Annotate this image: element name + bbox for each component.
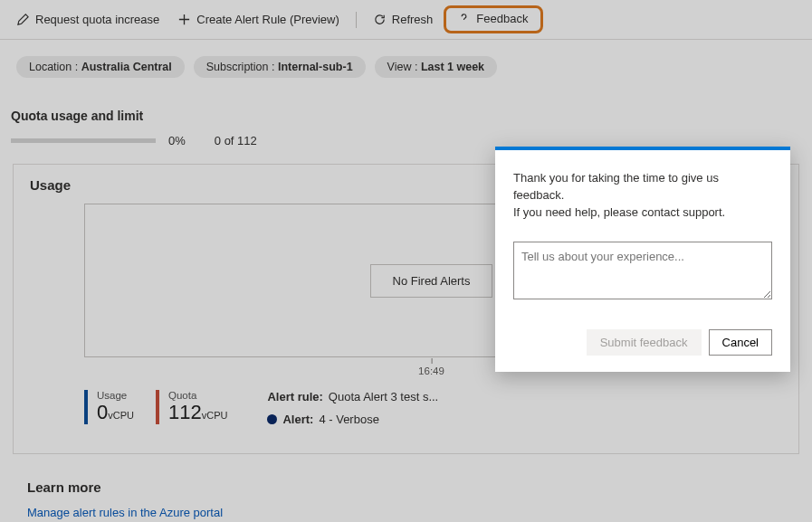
usage-metric-value: 0 [97,401,108,423]
no-alerts-banner: No Fired Alerts [370,264,493,298]
severity-dot-icon [267,414,277,424]
filter-subscription[interactable]: Subscription : Internal-sub-1 [194,56,366,78]
feedback-highlight: Feedback [444,5,543,33]
feedback-label: Feedback [476,12,528,25]
cancel-button[interactable]: Cancel [709,329,772,356]
quota-metric-label: Quota [168,390,227,401]
feedback-actions: Submit feedback Cancel [513,329,772,356]
request-quota-label: Request quota increase [35,13,159,26]
create-alert-button[interactable]: Create Alert Rule (Preview) [170,9,347,30]
feedback-line2: If you need help, please contact support… [513,205,725,219]
submit-feedback-button[interactable]: Submit feedback [587,329,702,356]
filter-location-label: Location : [29,61,81,73]
usage-metric-label: Usage [97,390,134,401]
alert-severity-value: 4 - Verbose [319,413,379,426]
feedback-line1: Thank you for taking the time to give us… [513,171,719,202]
refresh-button[interactable]: Refresh [366,9,441,30]
filter-bar: Location : Australia Central Subscriptio… [0,40,812,85]
request-quota-button[interactable]: Request quota increase [9,9,167,30]
alert-rule-value: Quota Alert 3 test s... [329,390,438,403]
refresh-label: Refresh [392,13,434,26]
feedback-panel-text: Thank you for taking the time to give us… [513,170,772,222]
filter-view-value: Last 1 week [421,61,484,73]
plus-icon [177,13,191,26]
quota-metric-unit: vCPU [202,410,228,421]
link-manage-alert-rules[interactable]: Manage alert rules in the Azure portal [0,504,812,521]
quota-progress-bar [11,138,156,143]
refresh-icon [373,13,387,26]
filter-view[interactable]: View : Last 1 week [375,56,497,78]
filter-view-label: View : [387,61,421,73]
alert-rule-label: Alert rule: [267,390,322,403]
usage-metric: Usage 0vCPU [84,390,134,424]
filter-location-value: Australia Central [81,61,172,73]
learn-more-title: Learn more [0,454,812,504]
usage-metric-unit: vCPU [108,410,134,421]
feedback-panel: Thank you for taking the time to give us… [495,147,790,372]
quota-percent: 0% [168,134,186,147]
pencil-icon [16,13,30,26]
toolbar-separator [356,12,357,28]
feedback-textarea[interactable] [513,242,772,299]
alert-metadata: Alert rule: Quota Alert 3 test s... Aler… [267,390,438,435]
quota-metric: Quota 112vCPU [156,390,227,424]
legend-row: Usage 0vCPU Quota 112vCPU Alert rule: Qu… [84,390,782,435]
toolbar: Request quota increase Create Alert Rule… [0,0,812,40]
alert-severity-label: Alert: [282,413,313,426]
question-icon [457,12,471,25]
filter-subscription-label: Subscription : [206,61,278,73]
axis-time-tick: 16:49 [418,365,444,376]
filter-location[interactable]: Location : Australia Central [16,56,185,78]
filter-subscription-value: Internal-sub-1 [278,61,353,73]
quota-metric-value: 112 [168,401,202,423]
feedback-button[interactable]: Feedback [450,8,535,29]
quota-count: 0 of 112 [215,134,257,147]
quota-usage-title: Quota usage and limit [0,85,812,130]
create-alert-label: Create Alert Rule (Preview) [196,13,339,26]
